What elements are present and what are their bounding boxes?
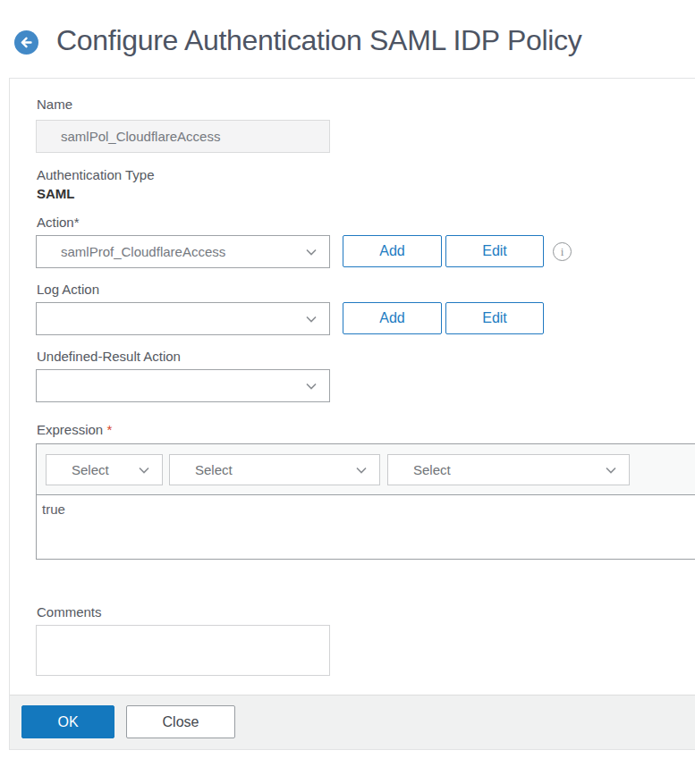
expression-select-1-value: Select xyxy=(72,462,109,477)
authentication-type-value: SAML xyxy=(37,186,75,201)
log-action-edit-button[interactable]: Edit xyxy=(445,302,544,334)
close-button[interactable]: Close xyxy=(126,705,235,738)
expression-select-2[interactable]: Select xyxy=(169,454,380,485)
log-action-label: Log Action xyxy=(37,282,99,297)
name-input[interactable] xyxy=(36,120,330,153)
expression-editor: Select Select Sele xyxy=(36,443,695,560)
log-action-add-button[interactable]: Add xyxy=(343,302,442,334)
ok-button[interactable]: OK xyxy=(21,705,114,738)
expression-select-3-value: Select xyxy=(413,462,451,477)
expression-select-2-value: Select xyxy=(195,462,233,477)
action-select-value: samlProf_CloudflareAccess xyxy=(61,244,225,259)
comments-textarea[interactable] xyxy=(36,625,330,676)
form-panel: Name Authentication Type SAML Action* sa… xyxy=(9,78,695,750)
page-title: Configure Authentication SAML IDP Policy xyxy=(56,24,581,57)
name-label: Name xyxy=(37,97,72,112)
chevron-down-icon xyxy=(303,311,319,330)
chevron-down-icon xyxy=(303,378,319,397)
action-select[interactable]: samlProf_CloudflareAccess xyxy=(36,235,330,268)
log-action-select[interactable] xyxy=(36,302,330,335)
undefined-result-action-select[interactable] xyxy=(36,369,330,402)
chevron-down-icon xyxy=(603,462,619,481)
action-label: Action* xyxy=(37,215,80,230)
authentication-type-label: Authentication Type xyxy=(37,167,154,182)
expression-toolbar: Select Select Sele xyxy=(37,444,695,495)
arrow-left-icon xyxy=(14,30,38,55)
footer-bar: OK Close xyxy=(10,695,695,749)
comments-label: Comments xyxy=(37,604,102,620)
expression-select-3[interactable]: Select xyxy=(387,454,630,485)
info-icon[interactable]: i xyxy=(553,242,572,261)
expression-select-1[interactable]: Select xyxy=(46,454,163,485)
expression-label-text: Expression xyxy=(37,422,103,437)
expression-label: Expression * xyxy=(37,422,112,437)
action-add-button[interactable]: Add xyxy=(343,235,442,267)
undefined-result-action-label: Undefined-Result Action xyxy=(37,349,181,364)
chevron-down-icon xyxy=(353,462,369,481)
back-button[interactable] xyxy=(14,30,38,55)
action-edit-button[interactable]: Edit xyxy=(445,235,544,267)
chevron-down-icon xyxy=(136,462,152,481)
configure-saml-idp-policy-page: Configure Authentication SAML IDP Policy… xyxy=(0,0,695,784)
required-asterisk: * xyxy=(106,422,112,437)
expression-textarea[interactable]: true xyxy=(37,495,695,559)
chevron-down-icon xyxy=(303,244,319,263)
